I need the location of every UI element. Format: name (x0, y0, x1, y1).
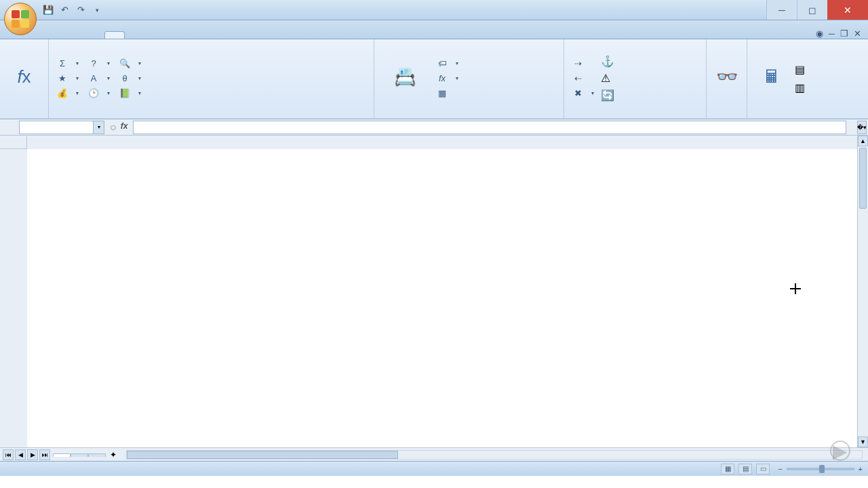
financial-button[interactable]: 💰▾ (54, 87, 81, 100)
clock-icon: 🕑 (88, 88, 99, 99)
group-label-calc (753, 115, 810, 117)
spreadsheet-grid[interactable]: ▲ ▼ (0, 136, 868, 447)
recent-button[interactable]: ★▾ (54, 72, 81, 85)
theta-icon: θ (119, 73, 130, 84)
scroll-up-icon[interactable]: ▲ (858, 136, 868, 146)
page-break-view-icon[interactable]: ▭ (756, 464, 770, 474)
arrow-out-icon: ⇠ (572, 73, 583, 84)
tab-affichage[interactable] (163, 32, 182, 39)
watermark: ▶ (830, 441, 854, 461)
logical-button[interactable]: ?▾ (85, 57, 113, 70)
tab-donnees[interactable] (125, 32, 144, 39)
close-workbook-icon[interactable]: ✕ (854, 28, 861, 39)
expand-formula-bar-icon[interactable]: �⁠▾ (857, 121, 867, 134)
zoom-in-icon[interactable]: + (859, 465, 863, 473)
vertical-scrollbar[interactable]: ▲ ▼ (857, 136, 868, 447)
calculator-icon: 🖩 (763, 66, 781, 87)
horizontal-scrollbar[interactable] (126, 450, 863, 460)
title-bar: 💾 ↶ ↷ ▾ ─ ◻ ✕ (0, 0, 868, 20)
name-manager-icon: 📇 (394, 66, 416, 87)
scroll-thumb[interactable] (859, 148, 867, 209)
insert-function-button[interactable]: fx (5, 42, 43, 115)
qat-dropdown-icon[interactable]: ▾ (90, 3, 104, 18)
tab-insertion[interactable] (66, 32, 85, 39)
select-all-corner[interactable] (0, 136, 27, 149)
book-icon: 📗 (119, 88, 130, 99)
save-icon[interactable]: 💾 (41, 3, 56, 18)
create-from-selection-button[interactable]: ▦ (434, 87, 461, 100)
cancel-formula-icon[interactable]: ○ (110, 121, 117, 134)
ribbon: fx Σ▾ ★▾ 💰▾ ?▾ A▾ 🕑▾ 🔍▾ θ▾ 📗▾ (0, 39, 868, 119)
eraser-icon: ✖ (572, 88, 583, 99)
sigma-icon: Σ (57, 58, 68, 69)
trace-dependents-button[interactable]: ⇠ (570, 72, 597, 85)
new-sheet-icon[interactable]: ✦ (106, 450, 121, 460)
name-box[interactable] (19, 121, 94, 134)
office-button[interactable] (4, 3, 37, 35)
hscroll-thumb[interactable] (127, 451, 398, 459)
text-button[interactable]: A▾ (85, 72, 113, 85)
more-fn-button[interactable]: 📗▾ (117, 87, 144, 100)
play-icon: ▶ (830, 441, 850, 461)
tab-formules[interactable] (104, 31, 125, 39)
zoom-slider[interactable] (787, 468, 854, 470)
fx-button-icon[interactable]: fx (121, 121, 128, 134)
status-bar: ▦ ▤ ▭ − + (0, 461, 868, 476)
undo-icon[interactable]: ↶ (57, 3, 72, 18)
sheet-tab-bar: ⏮ ◀ ▶ ⏭ ✦ (0, 447, 868, 461)
zoom-out-icon[interactable]: − (778, 465, 782, 473)
evaluate-icon[interactable]: 🔄 (601, 89, 614, 102)
minimize-button[interactable]: ─ (766, 0, 797, 20)
calc-options-button[interactable]: 🖩 (753, 42, 791, 115)
fx-small-icon: fx (437, 73, 448, 84)
tab-revision[interactable] (144, 32, 163, 39)
formula-bar: ▾ ○ fx �⁠▾ (0, 119, 868, 136)
restore-window-icon[interactable]: ❐ (840, 28, 848, 39)
show-formulas-icon[interactable]: ⚓ (601, 55, 614, 68)
maximize-button[interactable]: ◻ (797, 0, 827, 20)
star-icon: ★ (57, 73, 68, 84)
question-icon: ? (88, 58, 99, 69)
first-sheet-icon[interactable]: ⏮ (3, 449, 14, 460)
error-check-icon[interactable]: ⚠ (601, 72, 614, 85)
scroll-down-icon[interactable]: ▼ (858, 436, 868, 447)
sheet-tab-2[interactable] (71, 453, 88, 457)
remove-arrows-button[interactable]: ✖▾ (570, 87, 597, 100)
use-in-formula-button[interactable]: fx▾ (434, 72, 461, 85)
name-manager-button[interactable]: 📇 (380, 42, 430, 115)
datetime-button[interactable]: 🕑▾ (85, 87, 113, 100)
trace-precedents-button[interactable]: ⇢ (570, 57, 597, 70)
group-label-library (54, 115, 368, 117)
page-layout-view-icon[interactable]: ▤ (738, 464, 752, 474)
window-controls: ─ ◻ ✕ (766, 0, 868, 20)
formula-input[interactable] (133, 121, 846, 134)
grid-icon: ▦ (437, 88, 448, 99)
group-label-names (380, 115, 558, 117)
sheet-tab-1[interactable] (53, 453, 71, 457)
next-sheet-icon[interactable]: ▶ (27, 449, 38, 460)
tab-accueil[interactable] (47, 32, 66, 39)
ribbon-tabs: ◉ ─ ❐ ✕ (0, 20, 868, 39)
math-button[interactable]: θ▾ (117, 72, 144, 85)
close-button[interactable]: ✕ (827, 0, 868, 20)
lookup-button[interactable]: 🔍▾ (117, 57, 144, 70)
define-name-button[interactable]: 🏷▾ (434, 57, 461, 70)
calc-now-icon[interactable]: ▤ (795, 63, 805, 76)
prev-sheet-icon[interactable]: ◀ (15, 449, 26, 460)
tab-miseenpage[interactable] (85, 32, 104, 39)
minimize-ribbon-icon[interactable]: ─ (829, 28, 835, 39)
sheet-tab-3[interactable] (88, 453, 106, 457)
help-icon[interactable]: ◉ (816, 28, 823, 39)
name-box-dropdown[interactable]: ▾ (94, 121, 104, 134)
watch-window-button[interactable]: 👓 (712, 42, 741, 115)
tag-icon: 🏷 (437, 58, 448, 69)
money-icon: 💰 (57, 88, 68, 99)
watch-icon: 👓 (716, 66, 738, 87)
search-icon: 🔍 (119, 58, 130, 69)
arrow-in-icon: ⇢ (572, 58, 583, 69)
calc-sheet-icon[interactable]: ▥ (795, 81, 805, 94)
redo-icon[interactable]: ↷ (73, 3, 88, 18)
last-sheet-icon[interactable]: ⏭ (39, 449, 50, 460)
normal-view-icon[interactable]: ▦ (721, 464, 734, 474)
autosum-button[interactable]: Σ▾ (54, 57, 81, 70)
